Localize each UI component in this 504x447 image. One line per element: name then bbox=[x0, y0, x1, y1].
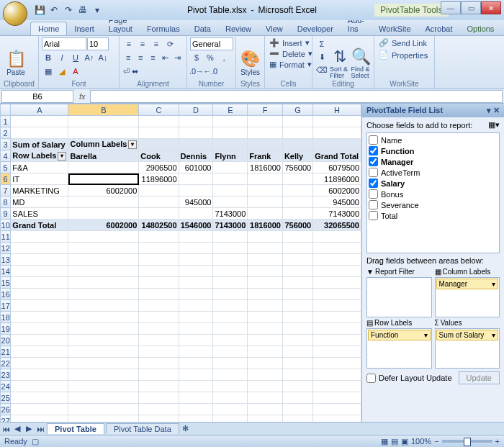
cell-A18[interactable] bbox=[11, 312, 68, 323]
defer-layout-checkbox[interactable] bbox=[366, 374, 376, 383]
grow-font-button[interactable]: A↑ bbox=[83, 51, 96, 64]
cell-G27[interactable] bbox=[282, 415, 312, 423]
cell-A5[interactable]: F&A bbox=[11, 162, 68, 173]
cell-C15[interactable] bbox=[139, 277, 179, 289]
field-item-manager[interactable]: Manager bbox=[369, 156, 498, 167]
cell-B12[interactable] bbox=[68, 243, 139, 254]
cell-G13[interactable] bbox=[282, 254, 312, 266]
cell-B17[interactable] bbox=[68, 300, 139, 312]
row-header-12[interactable]: 12 bbox=[1, 243, 11, 254]
cell-A11[interactable] bbox=[11, 231, 68, 243]
cell-D16[interactable] bbox=[179, 289, 213, 300]
cell-B27[interactable] bbox=[68, 415, 139, 423]
field-checkbox-name[interactable] bbox=[369, 135, 378, 145]
cell-F9[interactable] bbox=[248, 208, 283, 220]
cell-B16[interactable] bbox=[68, 289, 139, 300]
cell-D21[interactable] bbox=[179, 346, 213, 358]
comma-button[interactable]: , bbox=[217, 51, 230, 64]
cell-C26[interactable] bbox=[139, 404, 179, 415]
tab-acrobat[interactable]: Acrobat bbox=[418, 22, 460, 35]
cell-E4[interactable]: Flynn bbox=[213, 150, 248, 162]
cell-C13[interactable] bbox=[139, 254, 179, 266]
cell-C18[interactable] bbox=[139, 312, 179, 323]
cell-F13[interactable] bbox=[248, 254, 283, 266]
row-header-19[interactable]: 19 bbox=[1, 323, 11, 335]
spreadsheet-grid[interactable]: ABCDEFGH123Sum of SalaryColumn Labels▾4R… bbox=[0, 104, 361, 422]
cell-A3[interactable]: Sum of Salary bbox=[11, 139, 68, 150]
cell-A7[interactable]: MARKETING bbox=[11, 185, 68, 197]
cell-E19[interactable] bbox=[213, 323, 248, 335]
cell-C5[interactable]: 2906500 bbox=[139, 162, 179, 173]
area-chip-function[interactable]: Function▾ bbox=[368, 330, 431, 340]
close-button[interactable]: ✕ bbox=[481, 1, 501, 14]
align-middle-button[interactable]: ≡ bbox=[136, 37, 149, 50]
cell-G9[interactable] bbox=[282, 208, 312, 220]
tab-review[interactable]: Review bbox=[218, 22, 258, 35]
row-header-15[interactable]: 15 bbox=[1, 277, 11, 289]
undo-icon[interactable]: ↶ bbox=[48, 4, 60, 17]
field-item-activeterm[interactable]: ActiveTerm bbox=[369, 167, 498, 178]
align-top-button[interactable]: ≡ bbox=[122, 37, 135, 50]
cell-B13[interactable] bbox=[68, 254, 139, 266]
cell-D7[interactable] bbox=[179, 185, 213, 197]
cell-B3[interactable]: Column Labels▾ bbox=[68, 139, 139, 150]
cell-C12[interactable] bbox=[139, 243, 179, 254]
shrink-font-button[interactable]: A↓ bbox=[96, 51, 109, 64]
cell-G14[interactable] bbox=[282, 266, 312, 277]
cell-B4[interactable]: Barella bbox=[68, 150, 139, 162]
cell-G6[interactable] bbox=[282, 173, 312, 185]
row-header-4[interactable]: 4 bbox=[1, 150, 11, 162]
row-header-11[interactable]: 11 bbox=[1, 231, 11, 243]
cell-G3[interactable] bbox=[282, 139, 312, 150]
align-right-button[interactable]: ≡ bbox=[147, 51, 158, 64]
cell-A20[interactable] bbox=[11, 335, 68, 346]
cell-A2[interactable] bbox=[11, 127, 68, 139]
cell-C10[interactable]: 14802500 bbox=[139, 220, 179, 231]
field-item-salary[interactable]: Salary bbox=[369, 178, 498, 189]
cell-G21[interactable] bbox=[282, 346, 312, 358]
border-button[interactable]: ▦ bbox=[42, 65, 55, 78]
cell-D23[interactable] bbox=[179, 369, 213, 381]
cell-G23[interactable] bbox=[282, 369, 312, 381]
cell-E14[interactable] bbox=[213, 266, 248, 277]
field-list-close-icon[interactable]: ▾ ✕ bbox=[487, 106, 500, 115]
insert-cells-button[interactable]: ➕Insert ▾ bbox=[268, 37, 309, 48]
cell-D1[interactable] bbox=[179, 116, 213, 127]
cell-E10[interactable]: 7143000 bbox=[213, 220, 248, 231]
new-sheet-button[interactable]: ✻ bbox=[180, 424, 192, 433]
cell-C8[interactable] bbox=[139, 197, 179, 208]
cell-H25[interactable] bbox=[313, 392, 361, 404]
cell-A24[interactable] bbox=[11, 381, 68, 392]
cell-B9[interactable] bbox=[68, 208, 139, 220]
font-color-button[interactable]: A bbox=[69, 65, 82, 78]
cell-C23[interactable] bbox=[139, 369, 179, 381]
cell-B21[interactable] bbox=[68, 346, 139, 358]
field-list-box[interactable]: NameFunctionManagerActiveTermSalaryBonus… bbox=[366, 132, 500, 253]
cell-A19[interactable] bbox=[11, 323, 68, 335]
cell-D8[interactable]: 945000 bbox=[179, 197, 213, 208]
cell-E3[interactable] bbox=[213, 139, 248, 150]
cell-E15[interactable] bbox=[213, 277, 248, 289]
row-header-20[interactable]: 20 bbox=[1, 335, 11, 346]
cell-D6[interactable] bbox=[179, 173, 213, 185]
cell-H14[interactable] bbox=[313, 266, 361, 277]
cell-B20[interactable] bbox=[68, 335, 139, 346]
field-checkbox-activeterm[interactable] bbox=[369, 168, 378, 177]
cell-E26[interactable] bbox=[213, 404, 248, 415]
underline-button[interactable]: U bbox=[69, 51, 82, 64]
cell-H12[interactable] bbox=[313, 243, 361, 254]
field-checkbox-severance[interactable] bbox=[369, 200, 378, 209]
cell-C20[interactable] bbox=[139, 335, 179, 346]
cell-B22[interactable] bbox=[68, 358, 139, 369]
cell-H7[interactable]: 6002000 bbox=[313, 185, 361, 197]
orientation-button[interactable]: ⟳ bbox=[163, 37, 176, 50]
cell-F11[interactable] bbox=[248, 231, 283, 243]
tab-developer[interactable]: Developer bbox=[290, 22, 341, 35]
cell-D15[interactable] bbox=[179, 277, 213, 289]
cell-F22[interactable] bbox=[248, 358, 283, 369]
cell-E20[interactable] bbox=[213, 335, 248, 346]
sheet-nav-prev[interactable]: ◀ bbox=[12, 424, 23, 433]
indent-dec-button[interactable]: ⇤ bbox=[160, 51, 171, 64]
cell-G7[interactable] bbox=[282, 185, 312, 197]
inc-decimal-button[interactable]: .0→ bbox=[190, 65, 203, 78]
